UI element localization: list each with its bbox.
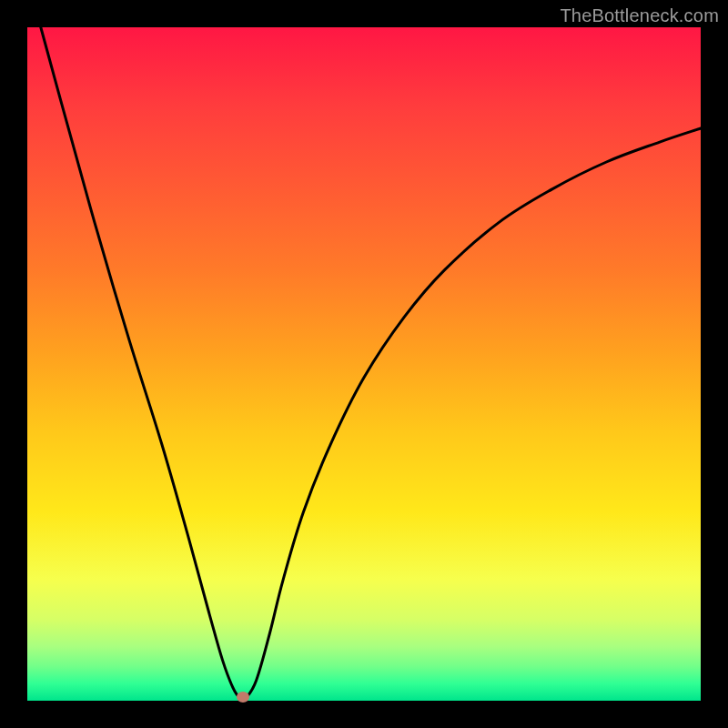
optimal-point-marker: [237, 692, 249, 703]
chart-container: TheBottleneck.com: [0, 0, 728, 728]
bottleneck-curve: [27, 27, 701, 701]
watermark-text: TheBottleneck.com: [560, 5, 719, 26]
plot-area: [27, 27, 701, 701]
